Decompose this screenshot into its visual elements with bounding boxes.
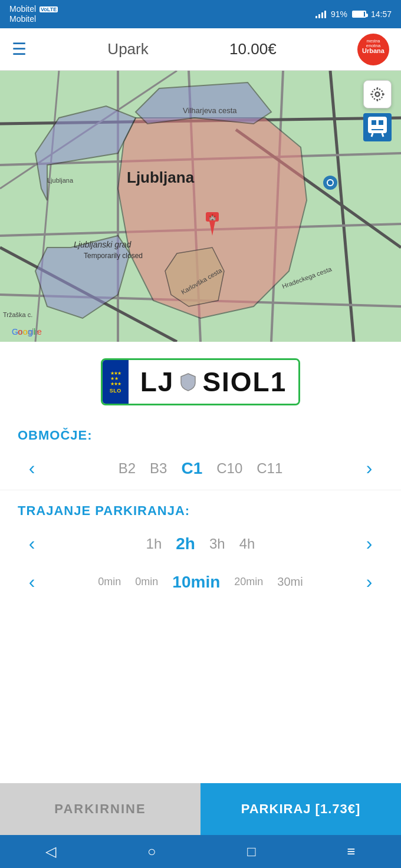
clock: 14:57	[371, 9, 392, 19]
balance-display: 10.00€	[229, 40, 277, 58]
bottom-spacer	[0, 601, 401, 719]
map-svg: Vilharjeva cesta Ljubljana Ljubljana Trž…	[0, 71, 401, 342]
svg-line-50	[372, 133, 373, 137]
zone-item-c10[interactable]: C10	[216, 460, 242, 477]
svg-text:enotna: enotna	[366, 43, 381, 48]
battery-icon	[352, 11, 366, 18]
svg-point-45	[372, 89, 383, 100]
svg-rect-46	[368, 117, 387, 133]
svg-text:o: o	[23, 327, 28, 336]
menu-button[interactable]: ☰	[12, 39, 27, 59]
svg-text:e: e	[37, 327, 42, 336]
zone-label: OBMOČJE:	[18, 417, 383, 449]
bottom-buttons: PARKIRNINE PARKIRAJ [1.73€]	[0, 783, 401, 835]
hours-item-3h[interactable]: 3h	[209, 536, 225, 552]
app-title: Upark	[107, 40, 148, 58]
app-header: ☰ Upark 10.00€ Urbana enotna mestna	[0, 28, 401, 71]
parkirnine-button[interactable]: PARKIRNINE	[0, 783, 200, 835]
eu-stars: ★★★★ ★★★★	[110, 371, 121, 387]
zone-items: B2 B3 C1 C10 C11	[46, 459, 355, 478]
home-button[interactable]: ○	[147, 843, 156, 860]
svg-point-36	[328, 180, 333, 185]
location-icon	[369, 86, 386, 103]
svg-text:g: g	[28, 327, 33, 336]
eu-country: SLO	[110, 388, 121, 394]
minutes-items: 0min 0min 10min 20min 30mi	[46, 573, 355, 592]
zone-item-c1[interactable]: C1	[181, 459, 202, 478]
transit-button[interactable]	[363, 113, 392, 141]
urbana-logo[interactable]: Urbana enotna mestna	[357, 34, 389, 65]
minutes-item-30[interactable]: 30mi	[277, 575, 303, 589]
carrier-name: Mobitel VoLTE	[9, 4, 58, 14]
svg-text:Temporarily closed: Temporarily closed	[84, 252, 143, 260]
zone-prev-button[interactable]: ‹	[18, 457, 46, 479]
menu-nav-button[interactable]: ≡	[347, 843, 356, 860]
hours-item-4h[interactable]: 4h	[239, 536, 255, 552]
svg-rect-47	[372, 120, 376, 125]
plate-shield-icon	[180, 372, 196, 391]
carrier-name-2: Mobitel	[9, 14, 58, 24]
svg-text:l: l	[34, 327, 35, 336]
zone-section: OBMOČJE: ‹ B2 B3 C1 C10 C11 ›	[0, 417, 401, 487]
plate-text-area: LJ SIOL1	[129, 360, 299, 404]
svg-text:🏰: 🏰	[209, 213, 216, 221]
minutes-item-0a[interactable]: 0min	[98, 576, 121, 588]
svg-point-44	[376, 93, 380, 97]
system-nav-bar: ◁ ○ □ ≡	[0, 835, 401, 868]
license-plate[interactable]: ★★★★ ★★★★ SLO LJ SIOL1	[101, 358, 301, 405]
transit-icon	[363, 113, 392, 141]
hours-items: 1h 2h 3h 4h	[46, 534, 355, 553]
svg-text:mestna: mestna	[366, 39, 380, 43]
zone-picker: ‹ B2 B3 C1 C10 C11 ›	[18, 449, 383, 487]
plate-eu-strip: ★★★★ ★★★★ SLO	[103, 360, 129, 404]
back-button[interactable]: ◁	[45, 843, 56, 860]
plate-region: LJ	[140, 366, 175, 398]
hours-item-2h[interactable]: 2h	[176, 534, 195, 553]
status-bar: Mobitel VoLTE Mobitel 91% 14:57	[0, 0, 401, 28]
divider-1	[0, 490, 401, 490]
recents-button[interactable]: □	[247, 843, 256, 860]
hours-next-button[interactable]: ›	[355, 533, 383, 555]
svg-text:Tržaška c.: Tržaška c.	[3, 311, 32, 318]
battery-percent: 91%	[331, 9, 347, 19]
hours-picker: ‹ 1h 2h 3h 4h ›	[18, 524, 383, 563]
signal-icon	[315, 10, 326, 18]
zone-next-button[interactable]: ›	[355, 457, 383, 479]
hours-item-1h[interactable]: 1h	[146, 536, 162, 552]
minutes-item-10[interactable]: 10min	[172, 573, 220, 592]
location-button[interactable]	[363, 80, 392, 108]
svg-text:Ljubljana: Ljubljana	[127, 169, 195, 186]
volte-badge: VoLTE	[40, 6, 58, 12]
status-right: 91% 14:57	[315, 9, 392, 19]
minutes-item-20[interactable]: 20min	[234, 576, 263, 588]
duration-section: TRAJANJE PARKIRANJA: ‹ 1h 2h 3h 4h › ‹ 0…	[0, 493, 401, 601]
svg-text:o: o	[18, 327, 22, 336]
svg-text:Ljubljana: Ljubljana	[47, 177, 74, 184]
zone-item-c11[interactable]: C11	[257, 460, 282, 477]
svg-text:Vilharjeva cesta: Vilharjeva cesta	[183, 106, 237, 115]
svg-line-51	[382, 133, 383, 137]
svg-rect-48	[379, 120, 383, 125]
plate-section: ★★★★ ★★★★ SLO LJ SIOL1	[0, 342, 401, 417]
zone-item-b3[interactable]: B3	[150, 460, 167, 477]
urbana-logo-icon: Urbana enotna mestna	[359, 35, 387, 64]
plate-number: SIOL1	[202, 366, 287, 398]
parkiraj-button[interactable]: PARKIRAJ [1.73€]	[200, 783, 401, 835]
minutes-next-button[interactable]: ›	[355, 571, 383, 593]
minutes-item-0b[interactable]: 0min	[135, 576, 158, 588]
hours-prev-button[interactable]: ‹	[18, 533, 46, 555]
svg-text:Ljubljanski grad: Ljubljanski grad	[74, 240, 132, 249]
minutes-prev-button[interactable]: ‹	[18, 571, 46, 593]
minutes-picker: ‹ 0min 0min 10min 20min 30mi ›	[18, 563, 383, 601]
duration-label: TRAJANJE PARKIRANJA:	[18, 493, 383, 524]
zone-item-b2[interactable]: B2	[119, 460, 136, 477]
carrier-info: Mobitel VoLTE Mobitel	[9, 4, 58, 24]
map-view[interactable]: Vilharjeva cesta Ljubljana Ljubljana Trž…	[0, 71, 401, 342]
